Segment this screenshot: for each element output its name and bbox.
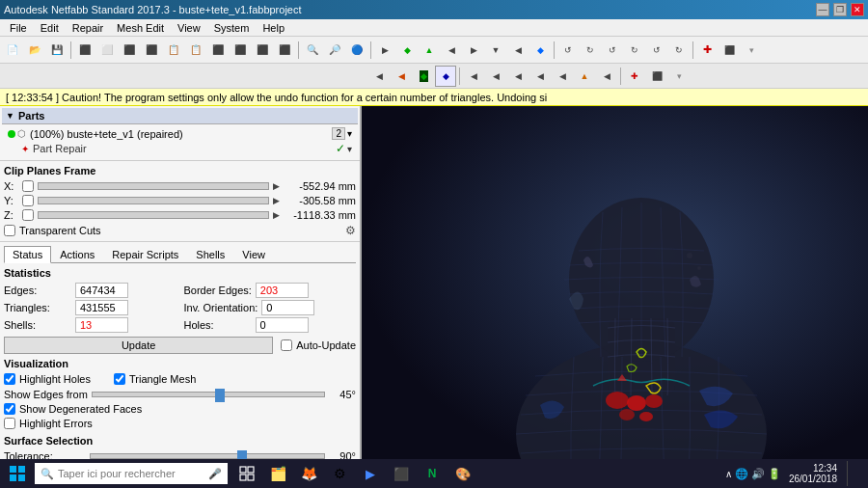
view3d-btn-2[interactable]: ◀ bbox=[391, 66, 412, 87]
view3d-btn-11[interactable]: ◀ bbox=[596, 66, 617, 87]
view3d-btn-13[interactable]: ⬛ bbox=[646, 66, 667, 87]
taskbar-app-2[interactable]: ⬛ bbox=[388, 461, 415, 486]
view3d-btn-6[interactable]: ◀ bbox=[485, 66, 506, 87]
view3d-btn-3[interactable]: ◆ bbox=[413, 66, 434, 87]
view-top[interactable]: ▲ bbox=[419, 40, 440, 61]
parts-dropdown-btn[interactable]: ▾ bbox=[347, 128, 352, 139]
tb-btn-14[interactable]: 🔍 bbox=[302, 40, 323, 61]
clip-z-arrow[interactable]: ▶ bbox=[273, 210, 280, 220]
view3d-btn-7[interactable]: ◀ bbox=[507, 66, 529, 87]
tab-status[interactable]: Status bbox=[4, 246, 51, 263]
new-button[interactable]: 📄 bbox=[2, 40, 23, 61]
auto-update-checkbox[interactable] bbox=[281, 339, 292, 351]
rotate-x-pos[interactable]: ↺ bbox=[557, 40, 579, 61]
task-view-button[interactable] bbox=[233, 461, 260, 486]
tb-btn-6[interactable]: ⬛ bbox=[119, 40, 140, 61]
view-left[interactable]: ◀ bbox=[441, 40, 462, 61]
menu-help[interactable]: Help bbox=[257, 21, 290, 35]
update-button[interactable]: Update bbox=[4, 337, 273, 354]
tb-btn-7[interactable]: ⬛ bbox=[141, 40, 162, 61]
part-item[interactable]: ⬡ (100%) buste+tete_v1 (repaired) 2 ▾ bbox=[2, 126, 358, 141]
view3d-btn-12[interactable]: ✚ bbox=[624, 66, 645, 87]
tb-btn-5[interactable]: ⬜ bbox=[96, 40, 118, 61]
view3d-btn-9[interactable]: ◀ bbox=[552, 66, 573, 87]
minimize-button[interactable]: — bbox=[816, 3, 829, 16]
tb-more-2[interactable]: ▾ bbox=[741, 40, 762, 61]
part-repair-item[interactable]: ✦ Part Repair ✓ ▾ bbox=[2, 141, 358, 156]
highlight-errors-checkbox[interactable] bbox=[4, 418, 15, 429]
restore-button[interactable]: ❐ bbox=[833, 3, 847, 16]
taskbar-firefox[interactable]: 🦊 bbox=[295, 461, 322, 486]
tab-actions[interactable]: Actions bbox=[51, 246, 103, 262]
rotate-y-pos[interactable]: ↺ bbox=[602, 40, 623, 61]
show-degenerated-checkbox[interactable] bbox=[4, 403, 15, 415]
highlight-holes-checkbox[interactable] bbox=[4, 373, 15, 385]
tray-up-arrow[interactable]: ∧ bbox=[725, 469, 732, 479]
show-desktop-button[interactable] bbox=[847, 461, 864, 486]
tb-btn-8[interactable]: 📋 bbox=[163, 40, 184, 61]
view3d-btn-10[interactable]: ▲ bbox=[574, 66, 595, 87]
clip-z-checkbox[interactable] bbox=[22, 209, 34, 221]
parts-expand-icon[interactable]: ▼ bbox=[6, 111, 14, 121]
tb-btn-11[interactable]: ⬛ bbox=[230, 40, 251, 61]
view-right[interactable]: ▶ bbox=[463, 40, 484, 61]
viewport-3d[interactable]: y z - bbox=[362, 106, 868, 476]
taskbar-app-4[interactable]: 🎨 bbox=[449, 461, 476, 486]
repair-dropdown-btn[interactable]: ▾ bbox=[347, 144, 352, 154]
clip-y-arrow[interactable]: ▶ bbox=[273, 196, 280, 205]
view3d-btn-1[interactable]: ◀ bbox=[368, 66, 390, 87]
start-button[interactable] bbox=[4, 462, 31, 485]
tb-btn-12[interactable]: ⬛ bbox=[252, 40, 273, 61]
transparent-cuts-checkbox[interactable] bbox=[4, 225, 15, 236]
clip-x-slider[interactable] bbox=[38, 182, 269, 190]
view-iso2[interactable]: ◆ bbox=[529, 40, 551, 61]
clip-y-checkbox[interactable] bbox=[22, 195, 34, 206]
view3d-btn-14[interactable]: ▾ bbox=[668, 66, 690, 87]
view-iso[interactable]: ◆ bbox=[396, 40, 418, 61]
view3d-btn-4[interactable]: ◆ bbox=[435, 66, 456, 87]
tb-btn-9[interactable]: 📋 bbox=[185, 40, 206, 61]
rotate-z-pos[interactable]: ↺ bbox=[646, 40, 667, 61]
tb-btn-16[interactable]: 🔵 bbox=[346, 40, 367, 61]
view-back[interactable]: ◀ bbox=[507, 40, 529, 61]
mic-icon[interactable]: 🎤 bbox=[208, 468, 222, 480]
menu-repair[interactable]: Repair bbox=[67, 21, 109, 35]
view-bottom[interactable]: ▼ bbox=[485, 40, 506, 61]
taskbar-search-bar[interactable]: 🔍 🎤 bbox=[35, 463, 228, 484]
menu-edit[interactable]: Edit bbox=[35, 21, 65, 35]
taskbar-explorer[interactable]: 🗂️ bbox=[264, 461, 291, 486]
settings-icon[interactable]: ⚙ bbox=[345, 224, 356, 237]
clip-x-checkbox[interactable] bbox=[22, 180, 34, 192]
view3d-btn-5[interactable]: ◀ bbox=[463, 66, 484, 87]
tab-shells[interactable]: Shells bbox=[187, 246, 233, 262]
menu-file[interactable]: File bbox=[4, 21, 33, 35]
tab-repair-scripts[interactable]: Repair Scripts bbox=[103, 246, 187, 262]
clip-y-slider[interactable] bbox=[38, 197, 269, 204]
taskbar-app-3[interactable]: N bbox=[419, 461, 446, 486]
add-part-button[interactable]: ✚ bbox=[696, 40, 718, 61]
taskbar-search-input[interactable] bbox=[58, 468, 204, 479]
rotate-y-neg[interactable]: ↻ bbox=[624, 40, 645, 61]
tb-more-1[interactable]: ⬛ bbox=[719, 40, 740, 61]
view3d-btn-8[interactable]: ◀ bbox=[529, 66, 551, 87]
tb-btn-15[interactable]: 🔎 bbox=[324, 40, 345, 61]
rotate-x-neg[interactable]: ↻ bbox=[580, 40, 601, 61]
show-edges-slider[interactable] bbox=[92, 392, 325, 397]
clip-x-arrow[interactable]: ▶ bbox=[273, 181, 280, 191]
view-front[interactable]: ▶ bbox=[374, 40, 395, 61]
tb-btn-4[interactable]: ⬛ bbox=[74, 40, 95, 61]
menu-mesh-edit[interactable]: Mesh Edit bbox=[111, 21, 170, 35]
rotate-z-neg[interactable]: ↻ bbox=[668, 40, 690, 61]
taskbar-chrome[interactable]: ⚙ bbox=[326, 461, 353, 486]
clip-z-slider[interactable] bbox=[38, 211, 269, 219]
menu-system[interactable]: System bbox=[208, 21, 256, 35]
tb-btn-10[interactable]: ⬛ bbox=[207, 40, 229, 61]
close-button[interactable]: ✕ bbox=[851, 3, 864, 16]
save-button[interactable]: 💾 bbox=[46, 40, 68, 61]
tab-view[interactable]: View bbox=[233, 246, 274, 262]
triangle-mesh-checkbox[interactable] bbox=[114, 373, 125, 385]
menu-view[interactable]: View bbox=[172, 21, 206, 35]
open-button[interactable]: 📂 bbox=[24, 40, 45, 61]
tb-btn-13[interactable]: ⬛ bbox=[274, 40, 295, 61]
taskbar-app-1[interactable]: ▶ bbox=[357, 461, 384, 486]
